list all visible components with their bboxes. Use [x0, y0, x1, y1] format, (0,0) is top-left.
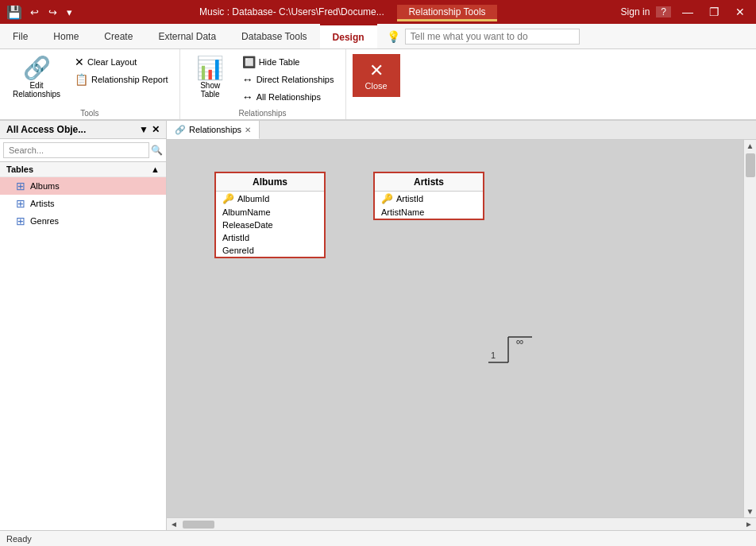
undo-btn[interactable]: ↩ — [27, 5, 42, 20]
scroll-thumb-h[interactable] — [183, 521, 214, 529]
sidebar-search: 🔍 — [0, 139, 166, 162]
tab-create[interactable]: Create — [91, 24, 145, 48]
close-btn[interactable]: ✕ Close — [353, 54, 400, 97]
albums-field-artistid: ArtistId — [216, 231, 324, 244]
clear-layout-btn[interactable]: ✕ Clear Layout — [70, 54, 173, 70]
sidebar-item-artists[interactable]: ⊞ Artists — [0, 195, 166, 212]
tab-home[interactable]: Home — [40, 24, 91, 48]
ribbon-group-relationships-content: 📊 ShowTable 🔲 Hide Table ↔ Direct Relati… — [187, 54, 339, 107]
restore-btn[interactable]: ❐ — [704, 4, 724, 20]
albums-field-albumname: AlbumName — [216, 206, 324, 219]
ribbon-group-close-content: ✕ Close — [353, 54, 400, 116]
minimize-btn[interactable]: — — [677, 4, 698, 20]
all-relationships-btn[interactable]: ↔ All Relationships — [237, 89, 339, 105]
sidebar-filter-icon[interactable]: ▼ — [139, 124, 148, 135]
vertical-scrollbar[interactable]: ▲ ▼ — [743, 140, 756, 517]
relationships-tab-label: Relationships — [189, 125, 241, 134]
scroll-left-arrow[interactable]: ◄ — [167, 518, 181, 530]
ribbon-group-tools-content: 🔗 EditRelationships ✕ Clear Layout 📋 Rel… — [6, 54, 173, 107]
edit-relationships-btn[interactable]: 🔗 EditRelationships — [6, 54, 67, 102]
artists-table-header: Artists — [375, 173, 483, 192]
svg-text:∞: ∞ — [516, 335, 523, 347]
relationships-tab-icon: 🔗 — [175, 125, 186, 135]
sidebar-header-icons: ▼ ✕ — [139, 124, 160, 135]
close-icon: ✕ — [369, 60, 384, 81]
sidebar-header: All Access Obje... ▼ ✕ — [0, 121, 166, 139]
close-btn[interactable]: ✕ — [731, 4, 750, 20]
hide-table-btn[interactable]: 🔲 Hide Table — [237, 54, 339, 70]
show-table-btn[interactable]: 📊 ShowTable — [187, 54, 234, 102]
tab-database-tools[interactable]: Database Tools — [229, 24, 320, 48]
direct-relationships-icon: ↔ — [242, 73, 253, 86]
scroll-up-arrow[interactable]: ▲ — [745, 140, 756, 152]
close-group-label — [353, 116, 400, 119]
relationships-tab[interactable]: 🔗 Relationships ✕ — [167, 121, 260, 139]
content-tab-bar: 🔗 Relationships ✕ — [167, 121, 756, 140]
relationships-canvas: 1 ∞ Albums 🔑 AlbumId AlbumName Releas — [167, 140, 743, 517]
key-icon-artistid: 🔑 — [381, 193, 393, 204]
direct-relationships-label: Direct Relationships — [256, 75, 334, 84]
relationships-group-label: Relationships — [187, 107, 339, 119]
show-table-label: ShowTable — [200, 81, 220, 99]
table-icon-albums: ⊞ — [16, 180, 25, 192]
qat-dropdown[interactable]: ▾ — [64, 5, 75, 20]
albums-field-albumid: 🔑 AlbumId — [216, 192, 324, 206]
artists-table: Artists 🔑 ArtistId ArtistName — [373, 172, 484, 220]
ribbon: 🔗 EditRelationships ✕ Clear Layout 📋 Rel… — [0, 49, 756, 121]
albums-table: Albums 🔑 AlbumId AlbumName ReleaseDate A… — [214, 172, 326, 258]
edit-relationships-icon: 🔗 — [23, 57, 51, 79]
sidebar-menu-icon[interactable]: ✕ — [152, 124, 160, 135]
app-icon: 💾 — [6, 5, 22, 20]
sidebar-search-input[interactable] — [3, 142, 149, 158]
title-bar-center: Music : Database- C:\Users\Fred\Docume..… — [75, 6, 621, 17]
context-tab-label: Relationship Tools — [397, 5, 496, 21]
table-icon-genres: ⊞ — [16, 215, 25, 227]
sidebar-section-tables[interactable]: Tables ▲ — [0, 162, 166, 177]
main-container: All Access Obje... ▼ ✕ 🔍 Tables ▲ ⊞ Albu… — [0, 121, 756, 530]
scroll-thumb-v[interactable] — [746, 153, 755, 177]
relationship-report-label: Relationship Report — [91, 75, 168, 84]
horizontal-scrollbar[interactable]: ◄ ► — [167, 517, 756, 530]
search-input[interactable] — [405, 29, 580, 45]
tab-external-data[interactable]: External Data — [145, 24, 229, 48]
title-bar: 💾 ↩ ↪ ▾ Music : Database- C:\Users\Fred\… — [0, 0, 756, 24]
hide-table-label: Hide Table — [259, 57, 300, 67]
status-text: Ready — [6, 534, 32, 544]
sidebar-item-artists-label: Artists — [30, 199, 55, 208]
albums-field-genreid: GenreId — [216, 244, 324, 257]
relationship-report-btn[interactable]: 📋 Relationship Report — [70, 72, 173, 87]
help-btn[interactable]: ? — [656, 6, 671, 17]
show-table-icon: 📊 — [196, 57, 224, 79]
title-bar-right: Sign in ? — ❐ ✕ — [621, 4, 750, 20]
tab-design[interactable]: Design — [320, 24, 377, 48]
table-icon-artists: ⊞ — [16, 197, 25, 210]
ribbon-group-relationships: 📊 ShowTable 🔲 Hide Table ↔ Direct Relati… — [180, 49, 346, 119]
all-relationships-icon: ↔ — [242, 91, 253, 103]
sidebar-item-genres[interactable]: ⊞ Genres — [0, 212, 166, 230]
title-bar-left: 💾 ↩ ↪ ▾ — [6, 5, 75, 20]
tab-file[interactable]: File — [0, 24, 40, 48]
clear-layout-icon: ✕ — [75, 56, 84, 68]
direct-relationships-btn[interactable]: ↔ Direct Relationships — [237, 72, 339, 87]
search-box: 💡 — [377, 24, 756, 48]
sidebar-item-albums[interactable]: ⊞ Albums — [0, 177, 166, 195]
edit-relationships-label: EditRelationships — [13, 81, 60, 99]
redo-btn[interactable]: ↪ — [45, 5, 60, 20]
all-relationships-label: All Relationships — [256, 92, 321, 102]
svg-text:1: 1 — [491, 350, 496, 360]
content-area: 🔗 Relationships ✕ 1 ∞ — [167, 121, 756, 530]
sidebar-item-genres-label: Genres — [30, 216, 59, 226]
clear-layout-label: Clear Layout — [87, 57, 137, 67]
tables-collapse-icon: ▲ — [151, 165, 160, 174]
relationships-tab-close[interactable]: ✕ — [245, 126, 251, 134]
scroll-right-arrow[interactable]: ► — [742, 518, 756, 530]
lightbulb-icon: 💡 — [387, 30, 400, 43]
window-title: Music : Database- C:\Users\Fred\Docume..… — [199, 6, 384, 17]
key-icon-albumid: 🔑 — [222, 193, 234, 204]
sign-in-btn[interactable]: Sign in — [621, 6, 650, 17]
close-label: Close — [365, 81, 388, 91]
scroll-down-arrow[interactable]: ▼ — [745, 505, 756, 517]
sidebar-search-icon[interactable]: 🔍 — [151, 145, 163, 156]
quick-access: ↩ ↪ ▾ — [27, 5, 75, 20]
ribbon-group-close: ✕ Close — [346, 49, 407, 119]
